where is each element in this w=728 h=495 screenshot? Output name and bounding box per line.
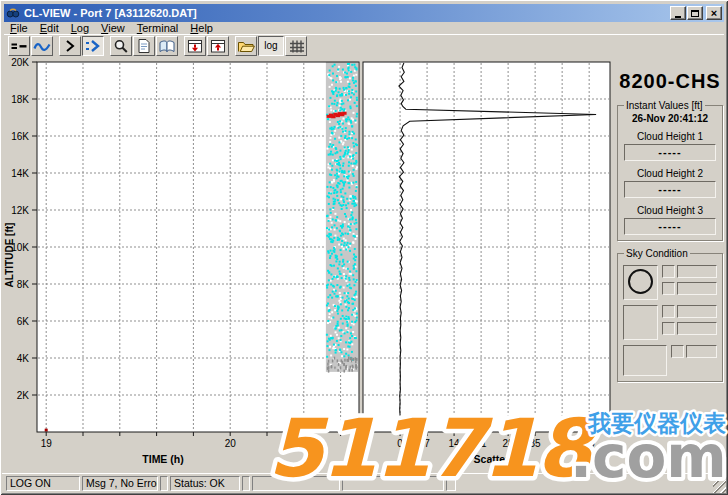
sky-symbol-box-2 (623, 305, 658, 340)
scatter-tick-label: 35 (530, 438, 542, 449)
scale-down-button[interactable] (184, 36, 206, 56)
app-icon[interactable] (6, 6, 20, 20)
sky-layer-row-3 (623, 345, 717, 376)
sky-layer-row-1 (623, 265, 717, 300)
zoom-icon (112, 38, 130, 54)
instant-values-title: Instant Values [ft] (624, 100, 705, 111)
chart-area: 2K4K6K8K10K12K14K16K18K20K19200714212835… (2, 56, 617, 473)
status-panel-device-status: Status: OK (170, 476, 240, 491)
menu-file[interactable]: File (4, 22, 34, 34)
client-area: 2K4K6K8K10K12K14K16K18K20K19200714212835… (2, 56, 726, 473)
model-name: 8200-CHS (615, 70, 725, 93)
cloud-height-value-2: ----- (624, 181, 716, 198)
scatter-tick-label: 49 (584, 438, 596, 449)
title-bar[interactable]: CL-VIEW - Port 7 [A3112620.DAT] × (4, 4, 724, 22)
y-tick-label: 8K (17, 279, 30, 290)
side-panel: 8200-CHS Instant Values [ft] 26-Nov 20:4… (612, 56, 728, 473)
sky-cell (662, 305, 675, 318)
scatter-axis-ticks: 07142128354249 (397, 432, 595, 449)
status-panel-message-status: Msg 7, No Errors (82, 476, 158, 491)
y-tick-label: 16K (11, 131, 29, 142)
display-line-button[interactable] (8, 36, 30, 56)
sky-symbol-box-1 (623, 265, 658, 300)
toolbar: log (4, 34, 724, 56)
messages-button[interactable] (156, 36, 178, 56)
sky-cell (686, 345, 717, 358)
sky-cell (677, 305, 717, 318)
close-icon: × (711, 8, 717, 18)
y-tick-label: 12K (11, 205, 29, 216)
app-window: CL-VIEW - Port 7 [A3112620.DAT] × FileEd… (0, 0, 728, 495)
grid-icon (287, 38, 305, 54)
status-panel-panel-8 (446, 476, 456, 491)
menu-terminal[interactable]: Terminal (131, 22, 185, 34)
display-wave-button[interactable] (31, 36, 53, 56)
y-tick-label: 6K (17, 316, 30, 327)
resize-grip[interactable] (713, 480, 726, 493)
sky-cell (662, 282, 675, 295)
scale-up-button[interactable] (207, 36, 229, 56)
menu-bar: FileEditLogViewTerminalHelp (4, 22, 724, 34)
menu-help[interactable]: Help (184, 22, 219, 34)
close-button[interactable]: × (706, 6, 722, 20)
menu-log[interactable]: Log (65, 22, 95, 34)
menu-edit[interactable]: Edit (34, 22, 65, 34)
log-toggle-button[interactable]: log (258, 36, 284, 56)
y-tick-label: 18K (11, 94, 29, 105)
window-title: CL-VIEW - Port 7 [A3112620.DAT] (24, 7, 197, 19)
sky-condition-title: Sky Condition (624, 248, 690, 259)
sky-layer-row-2 (623, 305, 717, 340)
clear-sky-circle-icon (628, 269, 653, 294)
status-panel-panel-7 (342, 476, 444, 491)
time-tick-label: 20 (225, 438, 237, 449)
y-tick-label: 2K (17, 390, 30, 401)
sky-cell (662, 265, 675, 278)
status-panel-panel-6 (252, 476, 340, 491)
document-icon (135, 38, 153, 54)
scale-down-icon (186, 38, 204, 54)
open-file-button[interactable] (235, 36, 257, 56)
maximize-icon (691, 10, 699, 17)
echo-band (326, 62, 358, 373)
time-axis-label: TIME (h) (142, 453, 183, 465)
sky-cell (662, 322, 675, 335)
cloud-height-label-1: Cloud Height 1 (622, 131, 718, 142)
open-folder-icon (237, 38, 255, 54)
minimize-button[interactable] (670, 6, 686, 20)
maximize-button[interactable] (687, 6, 703, 20)
menu-view[interactable]: View (95, 22, 131, 34)
grid-toggle-button[interactable] (285, 36, 307, 56)
origin-marker (45, 429, 48, 432)
scale-up-icon (209, 38, 227, 54)
status-panel-panel-3 (160, 476, 168, 491)
sky-cell (677, 322, 717, 335)
scatter-tick-label: 14 (449, 438, 461, 449)
sky-condition-group: Sky Condition (617, 248, 723, 382)
instant-values-group: Instant Values [ft] 26-Nov 20:41:12 Clou… (617, 100, 723, 241)
messages-icon (158, 38, 176, 54)
y-tick-label: 14K (11, 168, 29, 179)
status-bar: LOG ONMsg 7, No ErrorsStatus: OK (2, 473, 726, 492)
sky-cell (677, 265, 717, 278)
zoom-button[interactable] (110, 36, 132, 56)
cloud-height-value-3: ----- (624, 218, 716, 235)
sky-symbol-box-3 (623, 345, 667, 376)
altitude-axis-label: ALTITUDE [ft] (4, 223, 15, 288)
timestamp: 26-Nov 20:41:12 (622, 113, 718, 124)
chevron-icon (61, 38, 79, 54)
time-tick-label: 19 (41, 438, 53, 449)
y-tick-label: 4K (17, 353, 30, 364)
profile-wave-button[interactable] (82, 36, 104, 56)
status-panel-panel-5 (242, 476, 250, 491)
sky-cell (671, 345, 684, 358)
profile-button[interactable] (59, 36, 81, 56)
scatter-tick-label: 0 (397, 438, 403, 449)
report-button[interactable] (133, 36, 155, 56)
scatter-tick-label: 28 (503, 438, 515, 449)
scatter-tick-label: 21 (476, 438, 488, 449)
y-tick-label: 20K (11, 57, 29, 68)
time-axis-ticks: 1920 (41, 432, 341, 449)
cloud-height-label-3: Cloud Height 3 (622, 205, 718, 216)
dash-line-icon (10, 38, 28, 54)
status-panel-log-state: LOG ON (6, 476, 80, 491)
